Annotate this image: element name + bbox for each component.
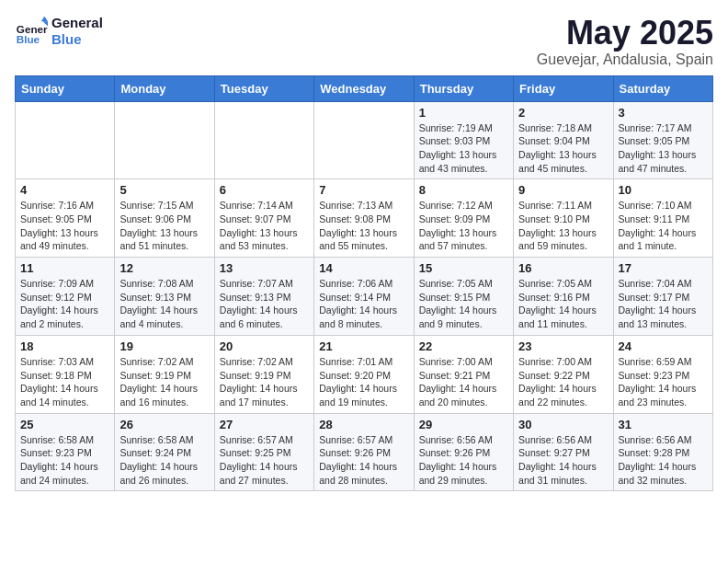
header-sunday: Sunday — [16, 75, 115, 101]
cell-w3-d7: 17Sunrise: 7:04 AM Sunset: 9:17 PM Dayli… — [613, 258, 712, 336]
day-info: Sunrise: 7:16 AM Sunset: 9:05 PM Dayligh… — [20, 199, 109, 253]
day-info: Sunrise: 7:13 AM Sunset: 9:08 PM Dayligh… — [319, 199, 408, 253]
day-number: 8 — [419, 183, 508, 197]
calendar-table: SundayMondayTuesdayWednesdayThursdayFrid… — [15, 75, 713, 492]
day-number: 9 — [518, 183, 608, 197]
day-info: Sunrise: 6:59 AM Sunset: 9:23 PM Dayligh… — [619, 355, 708, 409]
day-info: Sunrise: 7:05 AM Sunset: 9:16 PM Dayligh… — [518, 277, 608, 331]
day-number: 6 — [220, 183, 309, 197]
day-number: 31 — [619, 418, 708, 431]
day-number: 2 — [518, 106, 608, 120]
logo: General Blue General Blue — [15, 15, 103, 48]
day-number: 10 — [619, 183, 708, 197]
cell-w1-d2 — [115, 101, 214, 179]
cell-w2-d6: 9Sunrise: 7:11 AM Sunset: 9:10 PM Daylig… — [514, 179, 613, 258]
cell-w2-d3: 6Sunrise: 7:14 AM Sunset: 9:07 PM Daylig… — [214, 179, 313, 258]
header-wednesday: Wednesday — [314, 75, 414, 101]
header-monday: Monday — [115, 75, 214, 101]
day-number: 27 — [220, 418, 309, 431]
header-tuesday: Tuesday — [214, 75, 313, 101]
cell-w3-d5: 15Sunrise: 7:05 AM Sunset: 9:15 PM Dayli… — [414, 258, 513, 336]
cell-w2-d4: 7Sunrise: 7:13 AM Sunset: 9:08 PM Daylig… — [314, 179, 414, 258]
svg-marker-2 — [41, 17, 48, 21]
day-number: 15 — [419, 261, 508, 275]
week-row-2: 4Sunrise: 7:16 AM Sunset: 9:05 PM Daylig… — [16, 179, 713, 258]
cell-w3-d4: 14Sunrise: 7:06 AM Sunset: 9:14 PM Dayli… — [314, 258, 414, 336]
cell-w1-d5: 1Sunrise: 7:19 AM Sunset: 9:03 PM Daylig… — [414, 101, 513, 179]
cell-w4-d1: 18Sunrise: 7:03 AM Sunset: 9:18 PM Dayli… — [16, 335, 115, 413]
cell-w1-d6: 2Sunrise: 7:18 AM Sunset: 9:04 PM Daylig… — [514, 101, 613, 179]
cell-w5-d1: 25Sunrise: 6:58 AM Sunset: 9:23 PM Dayli… — [16, 413, 115, 491]
cell-w4-d2: 19Sunrise: 7:02 AM Sunset: 9:19 PM Dayli… — [115, 335, 214, 413]
day-info: Sunrise: 7:19 AM Sunset: 9:03 PM Dayligh… — [419, 121, 508, 176]
day-number: 19 — [119, 339, 209, 353]
day-info: Sunrise: 6:56 AM Sunset: 9:26 PM Dayligh… — [419, 433, 508, 488]
day-info: Sunrise: 7:10 AM Sunset: 9:11 PM Dayligh… — [619, 199, 708, 253]
page-header: General Blue General Blue May 2025 Gueve… — [15, 15, 713, 68]
day-number: 5 — [119, 183, 209, 197]
day-info: Sunrise: 7:11 AM Sunset: 9:10 PM Dayligh… — [518, 199, 608, 253]
logo-icon: General Blue — [15, 15, 48, 48]
day-number: 1 — [419, 106, 508, 120]
header-friday: Friday — [514, 75, 613, 101]
day-number: 25 — [20, 418, 109, 431]
week-row-4: 18Sunrise: 7:03 AM Sunset: 9:18 PM Dayli… — [16, 335, 713, 413]
day-info: Sunrise: 7:18 AM Sunset: 9:04 PM Dayligh… — [518, 121, 608, 176]
cell-w2-d5: 8Sunrise: 7:12 AM Sunset: 9:09 PM Daylig… — [414, 179, 513, 258]
cell-w5-d6: 30Sunrise: 6:56 AM Sunset: 9:27 PM Dayli… — [514, 413, 613, 491]
cell-w4-d6: 23Sunrise: 7:00 AM Sunset: 9:22 PM Dayli… — [514, 335, 613, 413]
day-info: Sunrise: 7:02 AM Sunset: 9:19 PM Dayligh… — [119, 355, 209, 409]
cell-w5-d2: 26Sunrise: 6:58 AM Sunset: 9:24 PM Dayli… — [115, 413, 214, 491]
day-number: 14 — [319, 261, 408, 275]
cell-w1-d4 — [314, 101, 414, 179]
day-info: Sunrise: 7:09 AM Sunset: 9:12 PM Dayligh… — [20, 277, 109, 331]
day-info: Sunrise: 7:02 AM Sunset: 9:19 PM Dayligh… — [220, 355, 309, 409]
day-info: Sunrise: 7:08 AM Sunset: 9:13 PM Dayligh… — [119, 277, 209, 331]
day-info: Sunrise: 6:58 AM Sunset: 9:24 PM Dayligh… — [119, 433, 209, 488]
cell-w4-d7: 24Sunrise: 6:59 AM Sunset: 9:23 PM Dayli… — [613, 335, 712, 413]
day-info: Sunrise: 7:00 AM Sunset: 9:22 PM Dayligh… — [518, 355, 608, 409]
day-info: Sunrise: 7:17 AM Sunset: 9:05 PM Dayligh… — [619, 121, 708, 176]
calendar-header-row: SundayMondayTuesdayWednesdayThursdayFrid… — [16, 75, 713, 101]
day-number: 7 — [319, 183, 408, 197]
svg-text:Blue: Blue — [17, 33, 40, 45]
cell-w4-d3: 20Sunrise: 7:02 AM Sunset: 9:19 PM Dayli… — [214, 335, 313, 413]
day-info: Sunrise: 7:01 AM Sunset: 9:20 PM Dayligh… — [319, 355, 408, 409]
cell-w5-d5: 29Sunrise: 6:56 AM Sunset: 9:26 PM Dayli… — [414, 413, 513, 491]
day-number: 4 — [20, 183, 109, 197]
day-number: 13 — [220, 261, 309, 275]
cell-w5-d7: 31Sunrise: 6:56 AM Sunset: 9:28 PM Dayli… — [613, 413, 712, 491]
day-number: 22 — [419, 339, 508, 353]
cell-w3-d3: 13Sunrise: 7:07 AM Sunset: 9:13 PM Dayli… — [214, 258, 313, 336]
day-number: 17 — [619, 261, 708, 275]
day-info: Sunrise: 7:05 AM Sunset: 9:15 PM Dayligh… — [419, 277, 508, 331]
logo-line1: General — [51, 15, 103, 31]
day-number: 11 — [20, 261, 109, 275]
cell-w1-d7: 3Sunrise: 7:17 AM Sunset: 9:05 PM Daylig… — [613, 101, 712, 179]
day-info: Sunrise: 7:12 AM Sunset: 9:09 PM Dayligh… — [419, 199, 508, 253]
day-info: Sunrise: 7:00 AM Sunset: 9:21 PM Dayligh… — [419, 355, 508, 409]
cell-w1-d1 — [16, 101, 115, 179]
day-number: 12 — [119, 261, 209, 275]
day-number: 3 — [619, 106, 708, 120]
day-info: Sunrise: 7:04 AM Sunset: 9:17 PM Dayligh… — [619, 277, 708, 331]
day-info: Sunrise: 7:15 AM Sunset: 9:06 PM Dayligh… — [119, 199, 209, 253]
cell-w2-d2: 5Sunrise: 7:15 AM Sunset: 9:06 PM Daylig… — [115, 179, 214, 258]
header-saturday: Saturday — [613, 75, 712, 101]
day-info: Sunrise: 6:58 AM Sunset: 9:23 PM Dayligh… — [20, 433, 109, 488]
day-number: 18 — [20, 339, 109, 353]
cell-w4-d5: 22Sunrise: 7:00 AM Sunset: 9:21 PM Dayli… — [414, 335, 513, 413]
cell-w5-d4: 28Sunrise: 6:57 AM Sunset: 9:26 PM Dayli… — [314, 413, 414, 491]
day-info: Sunrise: 6:56 AM Sunset: 9:28 PM Dayligh… — [619, 433, 708, 488]
day-number: 26 — [119, 418, 209, 431]
day-number: 28 — [319, 418, 408, 431]
day-info: Sunrise: 7:03 AM Sunset: 9:18 PM Dayligh… — [20, 355, 109, 409]
header-thursday: Thursday — [414, 75, 513, 101]
day-number: 29 — [419, 418, 508, 431]
title-block: May 2025 Guevejar, Andalusia, Spain — [537, 15, 713, 68]
cell-w2-d7: 10Sunrise: 7:10 AM Sunset: 9:11 PM Dayli… — [613, 179, 712, 258]
day-info: Sunrise: 7:06 AM Sunset: 9:14 PM Dayligh… — [319, 277, 408, 331]
day-info: Sunrise: 6:57 AM Sunset: 9:25 PM Dayligh… — [220, 433, 309, 488]
week-row-1: 1Sunrise: 7:19 AM Sunset: 9:03 PM Daylig… — [16, 101, 713, 179]
cell-w1-d3 — [214, 101, 313, 179]
